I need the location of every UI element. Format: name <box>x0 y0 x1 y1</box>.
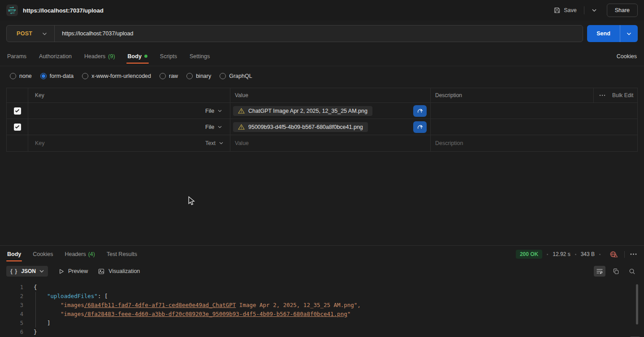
tab-settings[interactable]: Settings <box>190 47 210 66</box>
visualization-button[interactable]: Visualization <box>98 268 140 275</box>
response-size: 343 B <box>581 251 595 257</box>
upload-arrow-icon <box>417 124 424 130</box>
headers-count: (9) <box>108 53 115 60</box>
divider <box>54 25 55 42</box>
description-input-placeholder[interactable]: Description <box>431 135 637 151</box>
value-input-placeholder[interactable]: Value <box>230 135 431 151</box>
code-line: 1 { <box>0 283 644 292</box>
chevron-down-icon <box>42 32 47 35</box>
response-body-editor[interactable]: 1 { 2 "uploadedFiles": [ 3 "images/68a4f… <box>0 280 644 337</box>
send-options-chevron[interactable] <box>620 25 638 42</box>
radio-circle <box>82 73 88 79</box>
response-tab-body[interactable]: Body <box>7 246 21 263</box>
key-input-placeholder[interactable]: Key <box>28 135 201 151</box>
tab-authorization[interactable]: Authorization <box>39 47 72 66</box>
file-url-link[interactable]: /68a4fb11-fad7-4dfe-af71-ced8ee0e49ad_Ch… <box>84 302 236 308</box>
cookies-link[interactable]: Cookies <box>617 53 637 60</box>
format-select[interactable]: { } JSON <box>6 266 48 277</box>
save-options-chevron[interactable] <box>590 7 599 14</box>
warning-icon <box>238 124 245 130</box>
status-badge[interactable]: 200 OK <box>516 250 542 259</box>
share-button[interactable]: Share <box>607 4 638 17</box>
line-number: 3 <box>0 301 23 310</box>
request-title: https://localhost:7037/upload <box>23 7 104 14</box>
request-url-row: POST https://localhost:7037/upload Send <box>0 21 644 47</box>
response-tab-test-results[interactable]: Test Results <box>107 246 137 263</box>
radio-form-data[interactable]: form-data <box>40 73 74 79</box>
value-type-select[interactable]: File <box>201 103 230 119</box>
svg-text:HTTP: HTTP <box>9 9 16 13</box>
description-input-cell[interactable] <box>431 103 637 119</box>
header-type-cell <box>201 88 230 103</box>
file-name: ChatGPT Image Apr 2, 2025, 12_35_25 AM.p… <box>248 108 367 114</box>
file-url-link[interactable]: /8fa28483-feee-4d60-a3bb-df20c089203e_95… <box>84 311 347 317</box>
response-headers-count: (4) <box>88 251 95 257</box>
row-checkbox-checked[interactable] <box>14 124 21 131</box>
url-container: POST https://localhost:7037/upload <box>6 25 583 42</box>
response-toolbar: { } JSON Preview Visualization <box>0 263 644 280</box>
bulk-edit-link[interactable]: Bulk Edit <box>612 92 633 98</box>
form-data-table: Key Value Description Bulk Edit File Cha… <box>6 88 638 152</box>
divider <box>584 6 584 14</box>
radio-x-www-form-urlencoded[interactable]: x-www-form-urlencoded <box>82 73 151 79</box>
format-label: JSON <box>21 268 36 274</box>
wrap-text-icon <box>596 268 603 274</box>
radio-circle <box>160 73 166 79</box>
more-horizontal-icon[interactable] <box>599 94 605 96</box>
line-number: 1 <box>0 283 23 292</box>
row-checkbox-cell <box>7 119 28 135</box>
http-request-icon: HTTP <box>6 4 18 16</box>
vertical-scrollbar[interactable] <box>636 284 638 324</box>
file-chip[interactable]: ChatGPT Image Apr 2, 2025, 12_35_25 AM.p… <box>233 106 372 116</box>
url-input[interactable]: https://localhost:7037/upload <box>62 30 133 37</box>
tab-body[interactable]: Body <box>128 47 147 66</box>
copy-button[interactable] <box>610 266 622 277</box>
description-input-cell[interactable] <box>431 119 637 135</box>
column-header-value: Value <box>230 88 431 103</box>
radio-graphql[interactable]: GraphQL <box>220 73 252 79</box>
search-icon <box>629 268 635 275</box>
code-line: 3 "images/68a4fb11-fad7-4dfe-af71-ced8ee… <box>0 301 644 310</box>
separator-dot <box>575 254 576 255</box>
code-line: 5 ] <box>0 319 644 328</box>
play-icon <box>58 268 65 275</box>
image-icon <box>98 268 105 275</box>
radio-binary[interactable]: binary <box>186 73 211 79</box>
save-label: Save <box>564 7 577 13</box>
radio-raw[interactable]: raw <box>160 73 178 79</box>
send-button[interactable]: Send <box>587 25 620 42</box>
value-type-select[interactable]: File <box>201 119 230 135</box>
divider <box>624 251 625 258</box>
file-name: 95009b93-d4f5-4b09-b567-680a8f0bce41.png <box>248 124 363 130</box>
tab-headers[interactable]: Headers(9) <box>84 47 115 66</box>
method-select[interactable]: POST <box>7 30 54 37</box>
reselect-file-button[interactable] <box>413 121 427 133</box>
chevron-down-icon <box>218 126 222 128</box>
key-input-cell[interactable] <box>28 119 201 135</box>
tab-scripts[interactable]: Scripts <box>160 47 177 66</box>
search-button[interactable] <box>626 266 638 277</box>
braces-icon: { } <box>10 268 17 274</box>
network-warning-icon[interactable] <box>609 251 618 258</box>
copy-icon <box>613 268 619 275</box>
value-type-select[interactable]: Text <box>201 135 230 151</box>
save-button[interactable]: Save <box>552 4 579 17</box>
response-more-icon[interactable] <box>630 253 637 255</box>
reselect-file-button[interactable] <box>413 105 427 117</box>
row-checkbox-checked[interactable] <box>14 107 21 115</box>
response-tab-cookies[interactable]: Cookies <box>33 246 53 263</box>
preview-button[interactable]: Preview <box>58 268 88 275</box>
separator-dot <box>547 254 548 255</box>
radio-none[interactable]: none <box>10 73 32 79</box>
key-input-cell[interactable] <box>28 103 201 119</box>
request-tabs: Params Authorization Headers(9) Body Scr… <box>0 47 644 66</box>
file-chip[interactable]: 95009b93-d4f5-4b09-b567-680a8f0bce41.png <box>233 122 368 132</box>
workspace-empty-area <box>0 152 644 245</box>
chevron-down-icon <box>219 142 223 145</box>
tab-params[interactable]: Params <box>7 47 26 66</box>
chevron-down-icon <box>218 110 222 112</box>
body-type-selector: none form-data x-www-form-urlencoded raw… <box>0 66 644 86</box>
radio-circle <box>220 73 226 79</box>
response-tab-headers[interactable]: Headers(4) <box>65 246 95 263</box>
wrap-text-button[interactable] <box>594 266 605 277</box>
